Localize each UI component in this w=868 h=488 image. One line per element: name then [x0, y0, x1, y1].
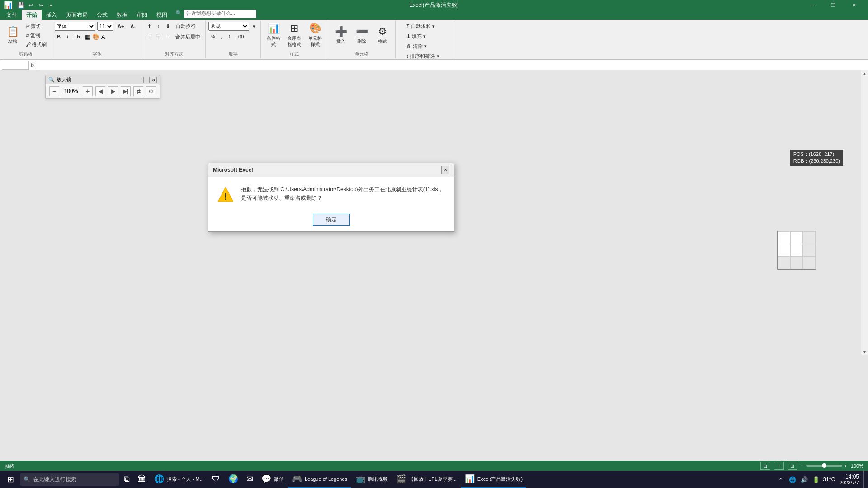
warning-icon: ! — [217, 186, 234, 204]
dialog-overlay: Microsoft Excel ✕ ! 抱歉，无法找到 C:\Users\Adm… — [0, 0, 868, 488]
dialog-message: 抱歉，无法找到 C:\Users\Administrator\Desktop\外… — [241, 185, 445, 202]
dialog-buttons: 确定 — [208, 210, 454, 231]
svg-text:!: ! — [224, 192, 227, 202]
dialog-close-btn[interactable]: ✕ — [441, 166, 449, 174]
dialog-title: Microsoft Excel — [213, 167, 253, 173]
excel-error-dialog: Microsoft Excel ✕ ! 抱歉，无法找到 C:\Users\Adm… — [208, 163, 454, 232]
dialog-title-bar: Microsoft Excel ✕ — [208, 163, 454, 177]
dialog-content: ! 抱歉，无法找到 C:\Users\Administrator\Desktop… — [208, 177, 454, 210]
dialog-confirm-btn[interactable]: 确定 — [313, 214, 350, 226]
